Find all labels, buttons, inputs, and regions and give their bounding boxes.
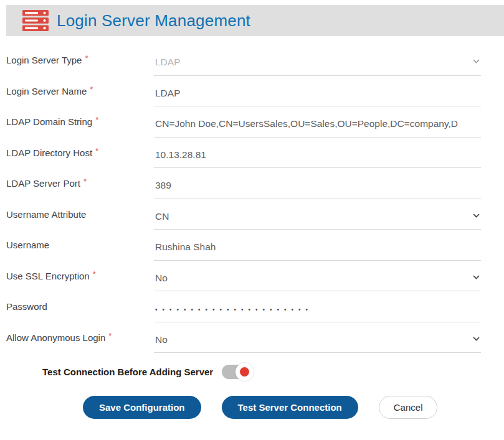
- chevron-down-icon: [473, 213, 480, 218]
- field-label-text: Username Attribute: [6, 209, 86, 220]
- field-label: Password *: [6, 291, 154, 322]
- field-value: 10.13.28.81: [155, 144, 206, 161]
- username-input[interactable]: Rushina Shah: [154, 230, 481, 261]
- test-connection-toggle[interactable]: [222, 365, 252, 379]
- ldap-server-port-input[interactable]: 389: [154, 168, 481, 199]
- login-server-type-select: LDAP: [154, 45, 481, 76]
- toggle-row: Test Connection Before Adding Server: [42, 365, 481, 379]
- field-label-text: Login Server Type: [6, 55, 82, 65]
- password-input[interactable]: ••••••••••••••••••••••: [154, 291, 481, 322]
- ldap-directory-host-input[interactable]: 10.13.28.81: [154, 138, 481, 169]
- form-row-ldap-server-port: LDAP Server Port * 389: [6, 168, 481, 199]
- username-attribute-select[interactable]: CN: [154, 199, 481, 230]
- login-server-name-input[interactable]: LDAP: [154, 76, 481, 107]
- field-label: Allow Anonymous Login *: [6, 322, 154, 353]
- form-fields: Login Server Type * LDAP Login Server Na…: [6, 45, 481, 353]
- chevron-down-icon: [473, 59, 480, 63]
- field-value: No: [155, 329, 168, 345]
- field-label: Login Server Type *: [6, 45, 154, 76]
- form-row-login-server-name: Login Server Name * LDAP: [6, 76, 481, 107]
- chevron-down-icon: [473, 275, 480, 279]
- field-label: LDAP Domain String *: [6, 106, 154, 138]
- field-value: ••••••••••••••••••••••: [155, 300, 313, 313]
- field-value: No: [155, 268, 168, 284]
- field-value: 389: [155, 175, 171, 191]
- chevron-down-icon: [473, 337, 480, 341]
- use-ssl-encryption-select[interactable]: No: [154, 261, 481, 292]
- form-row-username-attribute: Username Attribute * CN: [6, 199, 481, 230]
- required-asterisk: *: [108, 331, 112, 340]
- field-label-text: Use SSL Encryption: [6, 271, 90, 281]
- field-label-text: Allow Anonymous Login: [6, 332, 105, 343]
- required-asterisk: *: [95, 146, 98, 156]
- field-label-text: LDAP Server Port: [6, 178, 80, 189]
- form-row-allow-anonymous-login: Allow Anonymous Login * No: [6, 322, 481, 353]
- button-row: Save Configuration Test Server Connectio…: [83, 396, 481, 419]
- required-asterisk: *: [95, 115, 98, 124]
- form-row-password: Password * ••••••••••••••••••••••: [6, 291, 481, 322]
- field-label-text: Login Server Name: [6, 86, 87, 96]
- field-label-text: Password: [6, 301, 47, 312]
- field-label-text: Username: [6, 240, 49, 250]
- allow-anonymous-login-select[interactable]: No: [154, 322, 481, 353]
- page-header: Login Server Management: [6, 5, 504, 36]
- toggle-knob-icon: [235, 363, 254, 381]
- test-connection-toggle-label: Test Connection Before Adding Server: [42, 367, 213, 377]
- cancel-button[interactable]: Cancel: [379, 396, 438, 419]
- field-label-text: LDAP Domain String: [6, 116, 92, 127]
- field-label: Login Server Name *: [6, 76, 154, 107]
- field-value: LDAP: [155, 83, 181, 99]
- field-value: CN: [155, 206, 169, 222]
- form-row-ldap-domain-string: LDAP Domain String * CN=John Doe,CN=User…: [6, 106, 481, 138]
- field-value: Rushina Shah: [155, 236, 216, 253]
- form-row-use-ssl-encryption: Use SSL Encryption * No: [6, 261, 481, 292]
- form-row-login-server-type: Login Server Type * LDAP: [6, 45, 481, 76]
- required-asterisk: *: [90, 85, 93, 94]
- toggle-dot-icon: [240, 367, 249, 377]
- form-row-username: Username * Rushina Shah: [6, 230, 481, 261]
- field-label: Username Attribute *: [6, 199, 154, 230]
- ldap-domain-string-input[interactable]: CN=John Doe,CN=UsersSales,OU=Sales,OU=Pe…: [154, 106, 481, 138]
- field-label: LDAP Directory Host *: [6, 138, 154, 169]
- field-value: LDAP: [155, 52, 181, 68]
- required-asterisk: *: [93, 269, 96, 279]
- field-value: CN=John Doe,CN=UsersSales,OU=Sales,OU=Pe…: [155, 113, 458, 129]
- form-row-ldap-directory-host: LDAP Directory Host * 10.13.28.81: [6, 138, 481, 169]
- required-asterisk: *: [85, 54, 88, 63]
- save-configuration-button[interactable]: Save Configuration: [83, 396, 201, 419]
- test-server-connection-button[interactable]: Test Server Connection: [222, 396, 358, 419]
- required-asterisk: *: [83, 177, 87, 186]
- field-label: Use SSL Encryption *: [6, 261, 154, 292]
- server-icon: [22, 10, 49, 31]
- login-server-form: Login Server Type * LDAP Login Server Na…: [6, 45, 481, 419]
- field-label: Username *: [6, 230, 154, 261]
- field-label-text: LDAP Directory Host: [6, 147, 92, 158]
- field-label: LDAP Server Port *: [6, 168, 154, 199]
- page-title: Login Server Management: [57, 11, 250, 30]
